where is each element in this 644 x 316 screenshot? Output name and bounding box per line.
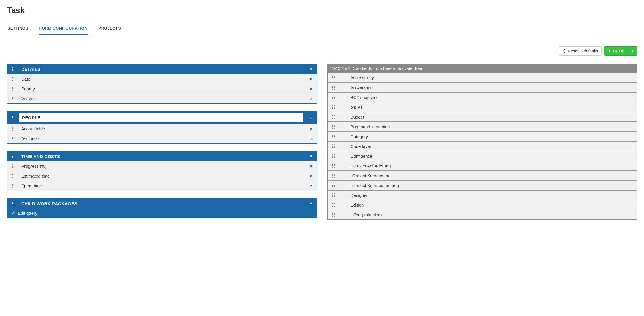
close-icon: ×	[310, 201, 312, 206]
inactive-field-row: Auswirkung	[328, 82, 637, 92]
page-title: Task	[7, 6, 637, 15]
drag-handle-icon[interactable]	[7, 164, 19, 168]
add-group-dropdown-button[interactable]	[628, 46, 637, 56]
drag-handle-icon[interactable]	[7, 116, 19, 119]
undo-icon	[563, 49, 567, 53]
close-icon: ×	[310, 154, 312, 159]
inactive-header: INACTIVE Drag fields from here to activa…	[328, 64, 637, 73]
drag-handle-icon[interactable]	[7, 127, 19, 131]
drag-handle-icon[interactable]	[7, 97, 19, 100]
field-row: Priority×	[7, 84, 317, 94]
group-child_work_packages: CHILD WORK PACKAGES×Edit query	[7, 198, 317, 218]
remove-field-button[interactable]: ×	[306, 183, 317, 189]
drag-handle-icon[interactable]	[328, 76, 339, 79]
tabs: SETTINGSFORM CONFIGURATIONPROJECTS	[7, 23, 637, 35]
remove-group-button[interactable]: ×	[306, 66, 317, 72]
inactive-field-label: Code layer	[339, 142, 637, 151]
field-row: Estimated time×	[7, 171, 317, 181]
plus-icon	[608, 49, 612, 53]
edit-query-label: Edit query	[18, 211, 37, 216]
inactive-field-row: Bug found in version	[328, 121, 637, 131]
field-label: Date	[19, 75, 306, 83]
remove-field-button[interactable]: ×	[306, 126, 317, 132]
group-header-details: DETAILS×	[7, 64, 317, 74]
tab-projects[interactable]: PROJECTS	[98, 23, 121, 35]
group-header-child_work_packages: CHILD WORK PACKAGES×	[7, 199, 317, 208]
reset-label: Reset to defaults	[568, 48, 598, 54]
close-icon: ×	[310, 96, 312, 101]
drag-handle-icon[interactable]	[7, 174, 19, 178]
field-label: Version	[19, 94, 306, 103]
field-row: Accountable×	[7, 124, 317, 134]
drag-handle-icon[interactable]	[328, 96, 339, 99]
inactive-field-label: Budget	[339, 113, 637, 121]
close-icon: ×	[310, 66, 312, 72]
drag-handle-icon[interactable]	[328, 125, 339, 129]
drag-handle-icon[interactable]	[328, 164, 339, 168]
drag-handle-icon[interactable]	[328, 203, 339, 207]
group-title-child_work_packages[interactable]: CHILD WORK PACKAGES	[19, 199, 306, 208]
drag-handle-icon[interactable]	[7, 87, 19, 91]
reset-to-defaults-button[interactable]: Reset to defaults	[559, 46, 602, 56]
inactive-field-row: BCF snapshot	[328, 92, 637, 102]
add-group-button[interactable]: Group	[604, 46, 628, 56]
group-title-input-people[interactable]	[19, 113, 303, 122]
drag-handle-icon[interactable]	[328, 193, 339, 197]
drag-handle-icon[interactable]	[328, 174, 339, 178]
group-header-time_costs: TIME AND COSTS×	[7, 151, 317, 161]
inactive-fields-box: INACTIVE Drag fields from here to activa…	[327, 64, 637, 220]
inactive-field-row: Category	[328, 131, 637, 141]
field-row: Progress (%)×	[7, 161, 317, 171]
group-title-time_costs[interactable]: TIME AND COSTS	[19, 152, 306, 161]
drag-handle-icon[interactable]	[328, 105, 339, 109]
inactive-field-label: cProject Kommentar	[339, 172, 637, 180]
field-label: Spent time	[19, 182, 306, 190]
drag-handle-icon[interactable]	[328, 115, 339, 119]
remove-field-button[interactable]: ×	[306, 96, 317, 101]
close-icon: ×	[310, 77, 312, 82]
inactive-field-row: cProject Kommentar lang	[328, 180, 637, 190]
inactive-field-label: Bug found in version	[339, 123, 637, 131]
group-people: ×Accountable×Assignee×	[7, 111, 317, 144]
remove-field-button[interactable]: ×	[306, 174, 317, 179]
drag-handle-icon[interactable]	[328, 144, 339, 148]
drag-handle-icon[interactable]	[328, 135, 339, 138]
remove-field-button[interactable]: ×	[306, 86, 317, 92]
tab-form-configuration[interactable]: FORM CONFIGURATION	[39, 23, 88, 35]
drag-handle-icon[interactable]	[7, 184, 19, 188]
remove-field-button[interactable]: ×	[306, 136, 317, 141]
drag-handle-icon[interactable]	[7, 67, 19, 71]
drag-handle-icon[interactable]	[328, 184, 339, 187]
close-icon: ×	[310, 136, 312, 141]
remove-group-button[interactable]: ×	[306, 201, 317, 206]
edit-query-button[interactable]: Edit query	[7, 208, 317, 218]
drag-handle-icon[interactable]	[328, 154, 339, 158]
drag-handle-icon[interactable]	[7, 77, 19, 81]
remove-field-button[interactable]: ×	[306, 164, 317, 169]
remove-field-button[interactable]: ×	[306, 77, 317, 82]
inactive-field-label: Confidence	[339, 152, 637, 160]
drag-handle-icon[interactable]	[328, 213, 339, 217]
drag-handle-icon[interactable]	[7, 202, 19, 205]
field-label: Priority	[19, 85, 306, 93]
drag-handle-icon[interactable]	[7, 155, 19, 158]
tab-settings[interactable]: SETTINGS	[7, 23, 29, 35]
close-icon: ×	[310, 174, 312, 179]
toolbar: Reset to defaults Group	[7, 46, 637, 56]
close-icon: ×	[310, 183, 312, 189]
field-label: Progress (%)	[19, 162, 306, 170]
group-label: Group	[613, 48, 624, 54]
drag-handle-icon[interactable]	[7, 137, 19, 140]
inactive-field-label: cProject Anforderung	[339, 162, 637, 170]
inactive-field-row: cProject Kommentar	[328, 170, 637, 180]
group-title-details[interactable]: DETAILS	[19, 65, 306, 73]
remove-group-button[interactable]: ×	[306, 115, 317, 120]
caret-down-icon	[631, 50, 634, 52]
inactive-field-row: Accessibility	[328, 73, 637, 82]
inactive-field-label: Designer	[339, 191, 637, 199]
inactive-field-row: Confidence	[328, 151, 637, 161]
drag-handle-icon[interactable]	[328, 86, 339, 90]
field-label: Assignee	[19, 134, 306, 143]
inactive-field-label: Category	[339, 132, 637, 141]
remove-group-button[interactable]: ×	[306, 154, 317, 159]
